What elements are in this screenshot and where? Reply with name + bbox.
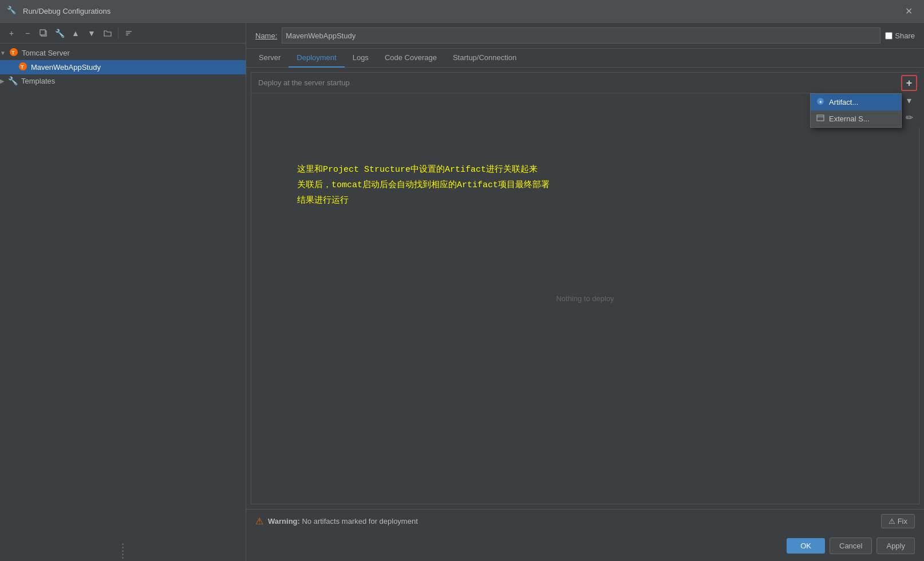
tabs: Server Deployment Logs Code Coverage Sta… bbox=[246, 49, 924, 68]
sort-button[interactable] bbox=[122, 26, 136, 40]
artifact-dropdown: ✦ Artifact... External S... bbox=[810, 93, 902, 128]
add-config-button[interactable]: + bbox=[5, 26, 18, 40]
add-artifact-button[interactable]: + bbox=[901, 75, 917, 91]
warning-message: Warning: No artifacts marked for deploym… bbox=[268, 517, 876, 526]
tomcat-server-label: Tomcat Server bbox=[22, 49, 70, 57]
sidebar: + − 🔧 ▲ ▼ bbox=[0, 23, 246, 561]
name-row: Name: Share bbox=[246, 23, 924, 49]
warning-detail: No artifacts marked for deployment bbox=[302, 517, 417, 526]
deploy-at-startup-label: Deploy at the server startup bbox=[251, 73, 919, 93]
main-container: + − 🔧 ▲ ▼ bbox=[0, 23, 924, 561]
sidebar-splitter[interactable] bbox=[0, 541, 246, 561]
splitter-dot-5 bbox=[122, 557, 124, 559]
tab-logs[interactable]: Logs bbox=[345, 49, 377, 68]
maven-webapp-item[interactable]: T MavenWebAppStudy bbox=[0, 60, 246, 74]
splitter-dot-4 bbox=[122, 554, 124, 555]
move-down-button[interactable]: ▼ bbox=[85, 26, 98, 40]
close-button[interactable]: ✕ bbox=[901, 3, 917, 19]
warning-bar: ⚠ Warning: No artifacts marked for deplo… bbox=[246, 509, 924, 533]
external-source-label: External S... bbox=[829, 114, 870, 123]
tab-deployment[interactable]: Deployment bbox=[289, 49, 344, 68]
deployment-content: Deploy at the server startup + ▾ ✏ ✦ Art… bbox=[251, 72, 919, 504]
name-label: Name: bbox=[255, 31, 277, 40]
svg-text:✦: ✦ bbox=[819, 100, 823, 105]
annotation-text: 这里和Project Structure中设置的Artifact进行关联起来关联… bbox=[297, 162, 550, 208]
svg-text:T: T bbox=[11, 50, 15, 56]
fix-button[interactable]: ⚠ Fix bbox=[881, 514, 915, 528]
maven-icon: T bbox=[18, 62, 27, 73]
name-input[interactable] bbox=[282, 27, 880, 44]
toolbar-separator bbox=[118, 27, 119, 39]
templates-group[interactable]: ▶ 🔧 Templates bbox=[0, 74, 246, 87]
tab-code-coverage[interactable]: Code Coverage bbox=[377, 49, 445, 68]
fix-warning-icon: ⚠ bbox=[889, 517, 895, 526]
warning-icon: ⚠ bbox=[255, 516, 263, 527]
footer-buttons: OK Cancel Apply bbox=[246, 533, 924, 561]
share-label: Share bbox=[885, 31, 915, 40]
remove-config-button[interactable]: − bbox=[21, 26, 34, 40]
move-up-button[interactable]: ▲ bbox=[69, 26, 82, 40]
templates-arrow: ▶ bbox=[0, 78, 5, 84]
warning-bold: Warning: bbox=[268, 517, 300, 526]
copy-config-button[interactable] bbox=[37, 26, 50, 40]
deploy-list: 这里和Project Structure中设置的Artifact进行关联起来关联… bbox=[251, 93, 919, 504]
tab-server[interactable]: Server bbox=[251, 49, 289, 68]
title-bar: 🔧 Run/Debug Configurations ✕ bbox=[0, 0, 924, 23]
dialog-title: Run/Debug Configurations bbox=[23, 7, 901, 15]
maven-webapp-label: MavenWebAppStudy bbox=[31, 63, 101, 72]
right-panel: Name: Share Server Deployment Logs Code … bbox=[246, 23, 924, 561]
templates-icon: 🔧 bbox=[8, 76, 18, 85]
ok-button[interactable]: OK bbox=[787, 538, 825, 554]
settings-button[interactable]: 🔧 bbox=[53, 26, 66, 40]
toolbar: + − 🔧 ▲ ▼ bbox=[0, 23, 246, 44]
splitter-dot-1 bbox=[122, 543, 124, 545]
tab-startup-connection[interactable]: Startup/Connection bbox=[445, 49, 524, 68]
app-icon: 🔧 bbox=[7, 6, 18, 17]
artifact-icon: ✦ bbox=[816, 97, 824, 107]
templates-label: Templates bbox=[21, 77, 55, 85]
share-checkbox[interactable] bbox=[885, 32, 893, 39]
tomcat-icon: T bbox=[9, 48, 18, 58]
svg-rect-11 bbox=[817, 115, 824, 121]
nothing-to-deploy-text: Nothing to deploy bbox=[556, 294, 614, 303]
svg-text:T: T bbox=[21, 64, 24, 70]
external-icon bbox=[816, 114, 824, 124]
tomcat-server-group[interactable]: ▼ T Tomcat Server bbox=[0, 46, 246, 60]
splitter-dot-3 bbox=[122, 550, 124, 552]
apply-button[interactable]: Apply bbox=[876, 538, 915, 554]
config-tree: ▼ T Tomcat Server T MavenWebAppS bbox=[0, 44, 246, 541]
cancel-button[interactable]: Cancel bbox=[830, 538, 872, 554]
folder-button[interactable] bbox=[101, 26, 114, 40]
external-source-item[interactable]: External S... bbox=[811, 110, 901, 127]
artifact-item[interactable]: ✦ Artifact... bbox=[811, 94, 901, 110]
fix-label: Fix bbox=[898, 517, 907, 526]
svg-rect-1 bbox=[40, 30, 45, 35]
splitter-dot-2 bbox=[122, 547, 124, 548]
artifact-label: Artifact... bbox=[829, 98, 858, 106]
expand-arrow: ▼ bbox=[0, 50, 6, 56]
